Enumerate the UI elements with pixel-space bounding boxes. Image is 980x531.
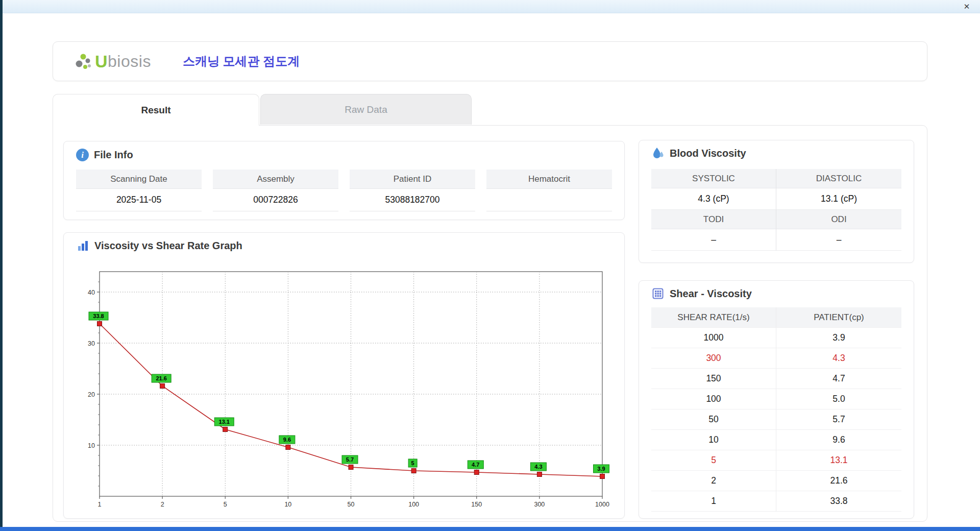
info-icon: i [76,149,89,161]
blood-viscosity-header: Blood Viscosity [651,147,901,160]
svg-text:40: 40 [88,289,95,296]
shear-table-row-2: 221.6 [651,471,901,491]
window-titlebar: ✕ [0,0,980,13]
blood-viscosity-panel: Blood Viscosity SYSTOLIC DIASTOLIC 4.3 (… [639,140,914,263]
svg-text:21.6: 21.6 [156,375,166,381]
logo-text-u: U [95,52,108,71]
file-info-field-1: Assembly000722826 [213,170,338,211]
patient-column-header: PATIENT(cp) [776,307,901,328]
ubiosis-logo: U biosis [75,52,151,71]
svg-text:5: 5 [411,460,414,466]
svg-text:5: 5 [224,501,227,508]
grid-table-icon [651,287,665,300]
tab-bar: Result Raw Data [53,94,472,126]
file-info-field-0: Scanning Date2025-11-05 [76,170,202,211]
shear-table-row-5: 513.1 [651,450,901,471]
patient-viscosity-cell: 4.3 [776,348,901,369]
svg-text:20: 20 [88,391,95,398]
todi-label: TODI [651,210,776,229]
patient-viscosity-cell: 33.8 [776,491,901,512]
field-label: Scanning Date [76,170,202,189]
field-value: 2025-11-05 [76,189,202,211]
shear-viscosity-header: Shear - Viscosity [651,287,901,300]
field-value: 000722826 [213,189,338,211]
file-info-fields: Scanning Date2025-11-05Assembly000722826… [76,170,612,211]
shear-table-row-1000: 10003.9 [651,328,901,348]
svg-text:3.9: 3.9 [597,466,605,472]
field-value: 53088182700 [350,189,475,211]
patient-viscosity-cell: 5.0 [776,389,901,409]
svg-text:1: 1 [98,501,102,508]
svg-text:30: 30 [88,340,95,347]
svg-text:150: 150 [471,501,482,508]
bar-chart-icon [76,239,89,252]
tab-result[interactable]: Result [53,94,259,126]
shear-table-row-50: 505.7 [651,409,901,430]
svg-text:1000: 1000 [595,501,609,508]
svg-text:10: 10 [88,442,95,449]
svg-text:300: 300 [534,501,545,508]
shear-rate-cell: 100 [651,389,776,409]
odi-value: – [776,229,901,251]
svg-text:2: 2 [161,501,164,508]
svg-text:100: 100 [408,501,419,508]
shear-rate-cell: 1 [651,491,776,512]
field-label: Assembly [213,170,338,189]
shear-table-row-10: 109.6 [651,430,901,450]
close-icon[interactable]: ✕ [962,2,972,11]
field-label: Hematocrit [486,170,612,189]
window-bottom-edge [0,527,980,531]
shear-rate-cell: 10 [651,430,776,450]
todi-value: – [651,229,776,251]
blood-viscosity-table: SYSTOLIC DIASTOLIC 4.3 (cP) 13.1 (cP) TO… [651,169,901,251]
shear-rate-cell: 300 [651,348,776,369]
shear-table-header: SHEAR RATE(1/s) PATIENT(cp) [651,307,901,328]
diastolic-value: 13.1 (cP) [776,188,901,210]
svg-text:4.7: 4.7 [472,462,479,468]
graph-title: Viscosity vs Shear Rate Graph [94,240,242,252]
viscosity-chart: 125105010015030010001020304033.821.613.1… [76,255,613,513]
shear-table-row-300: 3004.3 [651,348,901,369]
patient-viscosity-cell: 13.1 [776,450,901,471]
diastolic-label: DIASTOLIC [776,169,901,188]
shear-viscosity-title: Shear - Viscosity [670,288,752,300]
droplet-icon [651,147,665,160]
blood-viscosity-title: Blood Viscosity [670,148,746,159]
file-info-field-3: Hematocrit [486,170,612,211]
shear-rate-cell: 50 [651,409,776,430]
app-header: U biosis 스캐닝 모세관 점도계 [53,41,927,81]
file-info-header: i File Info [76,149,612,161]
shear-rate-cell: 1000 [651,328,776,348]
window-left-edge [0,0,3,531]
file-info-title: File Info [94,149,133,161]
logo-dots-icon [75,52,92,70]
field-label: Patient ID [350,170,475,189]
systolic-value: 4.3 (cP) [651,188,776,210]
svg-text:9.6: 9.6 [283,437,291,443]
shear-viscosity-table: SHEAR RATE(1/s) PATIENT(cp) 10003.93004.… [651,307,901,512]
shear-rate-cell: 2 [651,471,776,491]
systolic-label: SYSTOLIC [651,169,776,188]
file-info-panel: i File Info Scanning Date2025-11-05Assem… [63,141,625,220]
patient-viscosity-cell: 3.9 [776,328,901,348]
patient-viscosity-cell: 5.7 [776,409,901,430]
shear-table-row-1: 133.8 [651,491,901,512]
tab-raw-data[interactable]: Raw Data [260,94,472,125]
shear-viscosity-panel: Shear - Viscosity SHEAR RATE(1/s) PATIEN… [639,280,914,519]
svg-text:13.1: 13.1 [219,419,230,425]
graph-panel: Viscosity vs Shear Rate Graph 1251050100… [63,232,625,519]
shear-rate-cell: 150 [651,369,776,389]
patient-viscosity-cell: 21.6 [776,471,901,491]
svg-text:50: 50 [348,501,355,508]
patient-viscosity-cell: 9.6 [776,430,901,450]
logo-text: biosis [108,52,151,71]
shear-table-row-100: 1005.0 [651,389,901,409]
svg-text:10: 10 [284,501,291,508]
patient-viscosity-cell: 4.7 [776,369,901,389]
odi-label: ODI [776,210,901,229]
field-value [486,189,612,211]
shear-table-row-150: 1504.7 [651,369,901,389]
svg-text:33.8: 33.8 [93,313,104,319]
shear-rate-cell: 5 [651,450,776,471]
svg-text:5.7: 5.7 [346,456,354,463]
